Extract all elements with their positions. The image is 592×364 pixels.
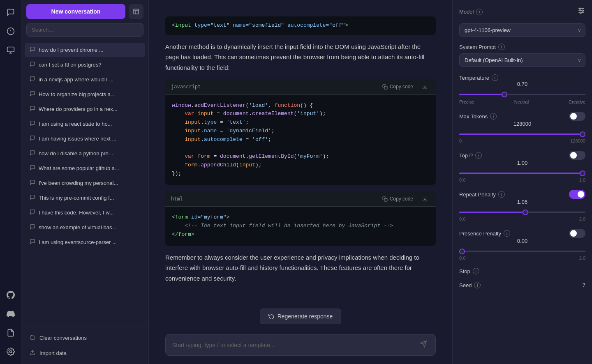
conversation-title: I've been crowding my personal...	[39, 180, 140, 186]
new-conversation-button[interactable]: New conversation	[26, 4, 125, 19]
conversation-item[interactable]: I've been crowding my personal...	[25, 176, 145, 190]
max-tokens-labels: 0 128000	[459, 138, 585, 143]
panel-settings-button[interactable]	[577, 7, 585, 17]
import-data-item[interactable]: Import data	[26, 346, 143, 361]
stop-section: Stop i	[459, 268, 585, 274]
max-tokens-slider[interactable]	[459, 134, 585, 135]
conversation-item[interactable]: how do I disable a python pre-...	[25, 146, 145, 161]
repeat-penalty-slider[interactable]	[459, 212, 585, 213]
top-p-value: 1.00	[459, 160, 585, 166]
chat-bubble-icon	[30, 106, 35, 113]
html-download-button[interactable]	[420, 196, 430, 203]
lightbulb-icon[interactable]	[3, 24, 18, 39]
seed-section: Seed i 7	[459, 282, 585, 288]
temperature-labels: Precise Neutral Creative	[459, 99, 585, 104]
chat-bubble-icon	[30, 150, 35, 157]
github-icon[interactable]	[3, 288, 18, 302]
max-tokens-toggle[interactable]	[569, 112, 585, 121]
conversation-item[interactable]: how do I prevent chrome ...	[25, 43, 145, 57]
top-p-toggle[interactable]	[569, 151, 585, 160]
svg-rect-3	[7, 47, 14, 52]
chat-bubble-icon	[30, 180, 35, 187]
presence-penalty-toggle[interactable]	[569, 229, 585, 238]
conversation-title: Where do providers go in a nex...	[39, 106, 140, 112]
html-code-header: html Copy code	[165, 191, 436, 207]
model-select-container: gpt-4-1106-preview ∨	[459, 23, 585, 37]
chat-bubble-icon	[30, 76, 35, 83]
model-select[interactable]: gpt-4-1106-preview	[459, 23, 585, 37]
repeat-penalty-value: 1.05	[459, 199, 585, 205]
compose-button[interactable]	[129, 4, 143, 19]
conversation-item[interactable]: I am using a react state to ho...	[25, 117, 145, 131]
system-prompt-section: System Prompt i Default (OpenAI Built-In…	[459, 44, 585, 67]
js-copy-button[interactable]: Copy code	[380, 83, 416, 90]
conversation-title: This is my pre-commit config f...	[39, 195, 140, 201]
temp-precise-label: Precise	[459, 99, 474, 104]
presence-penalty-header: Presence Penalty i	[459, 229, 585, 238]
regenerate-button[interactable]: Regenerate response	[260, 309, 342, 324]
conversation-item[interactable]: What are some popular github a...	[25, 161, 145, 175]
panel-header: Model i	[459, 7, 585, 17]
top-p-max-label: 1.0	[579, 177, 585, 182]
max-tokens-header: Max Tokens i	[459, 112, 585, 121]
chat-bubble-icon	[30, 61, 35, 68]
clear-conversations-item[interactable]: Clear conversations	[26, 330, 143, 346]
trash-icon	[30, 334, 35, 341]
temperature-slider[interactable]	[459, 94, 585, 95]
icon-bar	[0, 0, 21, 364]
conversation-item[interactable]: I have this code. However, I w...	[25, 205, 145, 220]
conversation-item[interactable]: in a nextjs app where would I ...	[25, 72, 145, 87]
conversation-item[interactable]: show an example of virtual bas...	[25, 220, 145, 235]
html-copy-button[interactable]: Copy code	[380, 195, 416, 203]
presence-penalty-labels: 0.0 2.0	[459, 256, 585, 260]
search-input[interactable]	[26, 23, 143, 37]
temperature-label: Temperature	[459, 75, 489, 81]
chat-input[interactable]	[172, 342, 415, 348]
conversation-item[interactable]: can I set a ttl on postgres?	[25, 58, 145, 72]
repeat-penalty-section: Repeat Penalty i 1.05 0.0 2.0	[459, 190, 585, 221]
stop-header: Stop i	[459, 268, 585, 274]
clear-conversations-label: Clear conversations	[39, 335, 87, 341]
presence-penalty-info-icon[interactable]: i	[504, 230, 510, 237]
conversation-item[interactable]: How to organize big projects a...	[25, 87, 145, 101]
html-code-actions: Copy code	[380, 195, 430, 203]
top-p-slider[interactable]	[459, 173, 585, 174]
js-download-button[interactable]	[420, 83, 430, 90]
conversation-item[interactable]: Where do providers go in a nex...	[25, 102, 145, 116]
max-tokens-value: 128000	[459, 121, 585, 127]
conversation-item[interactable]: I am using eventsource-parser ...	[25, 235, 145, 249]
chat-icon[interactable]	[3, 5, 18, 20]
chat-bubble-icon	[30, 46, 35, 53]
conversation-title: in a nextjs app where would I ...	[39, 76, 140, 83]
import-icon	[30, 350, 35, 357]
conversation-title: How to organize big projects a...	[39, 91, 140, 97]
plugin-icon[interactable]	[3, 325, 18, 340]
seed-info-icon[interactable]: i	[474, 282, 481, 288]
max-tokens-min-label: 0	[459, 138, 462, 143]
temp-neutral-label: Neutral	[514, 99, 529, 104]
max-tokens-max-label: 128000	[570, 138, 585, 143]
top-p-min-label: 0.0	[459, 177, 465, 182]
js-code-actions: Copy code	[380, 83, 430, 90]
stop-info-icon[interactable]: i	[473, 268, 479, 274]
system-prompt-info-icon[interactable]: i	[498, 44, 505, 50]
repeat-penalty-toggle[interactable]	[569, 190, 585, 199]
settings-icon[interactable]	[3, 344, 18, 359]
conversation-title: show an example of virtual bas...	[39, 224, 140, 230]
conversation-item[interactable]: I am having issues where next ...	[25, 131, 145, 146]
send-button[interactable]	[418, 339, 429, 350]
system-prompt-select[interactable]: Default (OpenAI Built-In)	[459, 53, 585, 67]
discord-icon[interactable]	[3, 306, 18, 321]
chat-bubble-icon	[30, 91, 35, 98]
top-p-section: Top P i 1.00 0.0 1.0	[459, 151, 585, 182]
presence-penalty-value: 0.00	[459, 238, 585, 244]
presence-penalty-slider[interactable]	[459, 251, 585, 252]
model-info-icon[interactable]: i	[476, 9, 483, 15]
top-p-info-icon[interactable]: i	[475, 152, 482, 159]
svg-rect-13	[384, 198, 387, 201]
desktop-icon[interactable]	[3, 43, 18, 58]
temperature-info-icon[interactable]: i	[492, 74, 498, 81]
conversation-item[interactable]: This is my pre-commit config f...	[25, 191, 145, 205]
max-tokens-info-icon[interactable]: i	[490, 113, 497, 120]
repeat-penalty-info-icon[interactable]: i	[498, 191, 505, 198]
